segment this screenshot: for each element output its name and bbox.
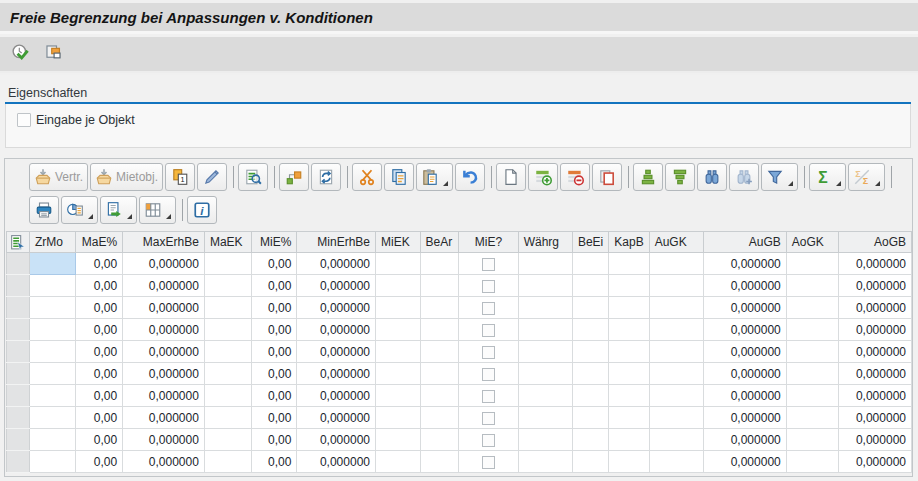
grid-cell-waehrg[interactable] bbox=[518, 341, 572, 363]
copy-button[interactable] bbox=[384, 163, 414, 191]
paste-button[interactable] bbox=[416, 163, 453, 191]
grid-cell-mae[interactable]: 0,00 bbox=[76, 319, 123, 341]
grid-cell-maxerhbe[interactable]: 0,000000 bbox=[123, 429, 205, 451]
row-selector[interactable] bbox=[7, 253, 30, 275]
grid-cell-waehrg[interactable] bbox=[518, 385, 572, 407]
grid-cell-maek[interactable] bbox=[204, 275, 251, 297]
grid-cell-beei[interactable] bbox=[572, 429, 608, 451]
grid-cell-maxerhbe[interactable]: 0,000000 bbox=[123, 275, 205, 297]
grid-cell-maek[interactable] bbox=[204, 407, 251, 429]
grid-cell-augk[interactable] bbox=[649, 429, 703, 451]
grid-cell-minerhbe[interactable]: 0,000000 bbox=[297, 451, 376, 473]
grid-cell-minerhbe[interactable]: 0,000000 bbox=[297, 341, 376, 363]
grid-cell-aogb[interactable]: 0,000000 bbox=[838, 407, 911, 429]
grid-cell-bear[interactable] bbox=[420, 363, 459, 385]
grid-cell-kapb[interactable] bbox=[609, 451, 649, 473]
grid-cell-bear[interactable] bbox=[420, 429, 459, 451]
layout-button[interactable] bbox=[139, 196, 176, 224]
column-header-mie_chk[interactable]: MiE? bbox=[459, 232, 518, 253]
grid-cell-aogb[interactable]: 0,000000 bbox=[838, 363, 911, 385]
grid-cell-miek[interactable] bbox=[376, 319, 421, 341]
refresh-button[interactable] bbox=[311, 163, 341, 191]
grid-cell-maxerhbe[interactable]: 0,000000 bbox=[123, 385, 205, 407]
grid-cell-aogk[interactable] bbox=[786, 407, 838, 429]
grid-cell-mie_chk[interactable] bbox=[459, 319, 518, 341]
grid-cell-mie[interactable]: 0,00 bbox=[251, 407, 297, 429]
grid-cell-miek[interactable] bbox=[376, 451, 421, 473]
grid-cell-maek[interactable] bbox=[204, 297, 251, 319]
grid-cell-waehrg[interactable] bbox=[518, 297, 572, 319]
grid-cell-kapb[interactable] bbox=[609, 275, 649, 297]
select-all-header[interactable] bbox=[7, 232, 30, 253]
grid-cell-mie_chk[interactable] bbox=[459, 385, 518, 407]
grid-cell-augk[interactable] bbox=[649, 275, 703, 297]
grid-cell-aogb[interactable]: 0,000000 bbox=[838, 275, 911, 297]
grid-cell-aogb[interactable]: 0,000000 bbox=[838, 429, 911, 451]
grid-cell-augk[interactable] bbox=[649, 407, 703, 429]
copy-number-button[interactable]: 1 bbox=[165, 163, 195, 191]
grid-cell-augb[interactable]: 0,000000 bbox=[703, 253, 786, 275]
subtotal-button[interactable]: ΣΣ bbox=[848, 163, 885, 191]
grid-cell-minerhbe[interactable]: 0,000000 bbox=[297, 319, 376, 341]
grid-cell-aogk[interactable] bbox=[786, 451, 838, 473]
grid-cell-augk[interactable] bbox=[649, 341, 703, 363]
grid-cell-miek[interactable] bbox=[376, 297, 421, 319]
grid-cell-bear[interactable] bbox=[420, 451, 459, 473]
column-header-augk[interactable]: AuGK bbox=[649, 232, 703, 253]
grid-cell-maxerhbe[interactable]: 0,000000 bbox=[123, 253, 205, 275]
cut-button[interactable] bbox=[352, 163, 382, 191]
grid-cell-aogk[interactable] bbox=[786, 275, 838, 297]
grid-cell-maek[interactable] bbox=[204, 253, 251, 275]
grid-cell-beei[interactable] bbox=[572, 275, 608, 297]
grid-cell-zrmo[interactable] bbox=[29, 319, 75, 341]
grid-cell-beei[interactable] bbox=[572, 341, 608, 363]
grid-cell-bear[interactable] bbox=[420, 341, 459, 363]
grid-cell-mie_chk[interactable] bbox=[459, 253, 518, 275]
column-header-maek[interactable]: MaEK bbox=[204, 232, 251, 253]
grid-cell-aogk[interactable] bbox=[786, 297, 838, 319]
grid-cell-mie_chk[interactable] bbox=[459, 429, 518, 451]
sort-ascending-button[interactable] bbox=[633, 163, 663, 191]
row-selector[interactable] bbox=[7, 451, 30, 473]
grid-cell-waehrg[interactable] bbox=[518, 363, 572, 385]
grid-cell-miek[interactable] bbox=[376, 363, 421, 385]
grid-cell-mie_chk[interactable] bbox=[459, 341, 518, 363]
grid-cell-mie[interactable]: 0,00 bbox=[251, 341, 297, 363]
grid-cell-miek[interactable] bbox=[376, 385, 421, 407]
grid-cell-augk[interactable] bbox=[649, 297, 703, 319]
grid-cell-aogb[interactable]: 0,000000 bbox=[838, 297, 911, 319]
column-header-maxerhbe[interactable]: MaxErhBe bbox=[123, 232, 205, 253]
edit-button[interactable] bbox=[197, 163, 227, 191]
grid-cell-kapb[interactable] bbox=[609, 319, 649, 341]
column-header-aogb[interactable]: AoGB bbox=[838, 232, 911, 253]
grid-cell-augk[interactable] bbox=[649, 451, 703, 473]
mie-checkbox[interactable] bbox=[482, 302, 495, 315]
find-next-button[interactable] bbox=[729, 163, 759, 191]
grid-cell-kapb[interactable] bbox=[609, 407, 649, 429]
mie-checkbox[interactable] bbox=[482, 280, 495, 293]
column-header-waehrg[interactable]: Währg bbox=[518, 232, 572, 253]
export-button[interactable] bbox=[100, 196, 137, 224]
mie-checkbox[interactable] bbox=[482, 258, 495, 271]
grid-cell-mae[interactable]: 0,00 bbox=[76, 297, 123, 319]
grid-cell-kapb[interactable] bbox=[609, 363, 649, 385]
grid-cell-zrmo[interactable] bbox=[29, 341, 75, 363]
grid-cell-mae[interactable]: 0,00 bbox=[76, 253, 123, 275]
grid-cell-kapb[interactable] bbox=[609, 297, 649, 319]
mie-checkbox[interactable] bbox=[482, 368, 495, 381]
grid-cell-aogb[interactable]: 0,000000 bbox=[838, 451, 911, 473]
grid-cell-maek[interactable] bbox=[204, 319, 251, 341]
grid-cell-zrmo[interactable] bbox=[29, 297, 75, 319]
row-selector[interactable] bbox=[7, 341, 30, 363]
new-entry-button[interactable] bbox=[496, 163, 526, 191]
grid-cell-augb[interactable]: 0,000000 bbox=[703, 451, 786, 473]
grid-cell-maxerhbe[interactable]: 0,000000 bbox=[123, 363, 205, 385]
grid-cell-augb[interactable]: 0,000000 bbox=[703, 363, 786, 385]
grid-cell-augb[interactable]: 0,000000 bbox=[703, 429, 786, 451]
grid-cell-mie[interactable]: 0,00 bbox=[251, 319, 297, 341]
filter-button[interactable] bbox=[761, 163, 798, 191]
grid-cell-kapb[interactable] bbox=[609, 253, 649, 275]
grid-cell-waehrg[interactable] bbox=[518, 451, 572, 473]
grid-cell-zrmo[interactable] bbox=[29, 363, 75, 385]
grid-cell-waehrg[interactable] bbox=[518, 319, 572, 341]
